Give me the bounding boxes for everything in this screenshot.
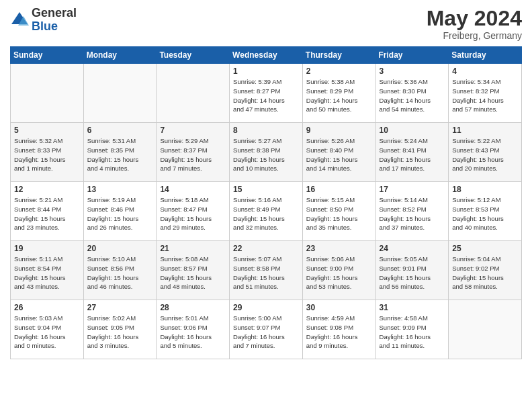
calendar-cell: 31Sunrise: 4:58 AMSunset: 9:09 PMDayligh… — [375, 300, 449, 359]
day-info: Sunrise: 5:21 AMSunset: 8:44 PMDaylight:… — [14, 195, 80, 232]
header-row: SundayMondayTuesdayWednesdayThursdayFrid… — [11, 47, 522, 64]
header-day: Saturday — [449, 47, 522, 64]
calendar-header: SundayMondayTuesdayWednesdayThursdayFrid… — [11, 47, 522, 64]
day-info: Sunrise: 5:06 AMSunset: 9:00 PMDaylight:… — [306, 255, 372, 291]
logo-general: General — [32, 7, 77, 20]
day-number: 23 — [306, 244, 372, 253]
calendar-cell — [83, 64, 157, 123]
location: Freiberg, Germany — [427, 30, 522, 41]
calendar-cell — [157, 64, 230, 123]
logo: General Blue — [10, 7, 77, 34]
day-number: 11 — [452, 126, 518, 135]
day-info: Sunrise: 5:07 AMSunset: 8:58 PMDaylight:… — [233, 255, 299, 291]
calendar-cell: 22Sunrise: 5:07 AMSunset: 8:58 PMDayligh… — [230, 241, 303, 300]
calendar-cell: 16Sunrise: 5:15 AMSunset: 8:50 PMDayligh… — [302, 182, 375, 241]
calendar-cell: 13Sunrise: 5:19 AMSunset: 8:46 PMDayligh… — [83, 182, 157, 241]
calendar-week-row: 19Sunrise: 5:11 AMSunset: 8:54 PMDayligh… — [11, 241, 522, 300]
day-info: Sunrise: 5:11 AMSunset: 8:54 PMDaylight:… — [14, 255, 80, 291]
calendar-cell: 2Sunrise: 5:38 AMSunset: 8:29 PMDaylight… — [302, 64, 375, 123]
day-info: Sunrise: 5:19 AMSunset: 8:46 PMDaylight:… — [87, 195, 153, 232]
day-number: 28 — [160, 303, 226, 312]
day-info: Sunrise: 5:24 AMSunset: 8:41 PMDaylight:… — [380, 136, 445, 173]
logo-blue: Blue — [32, 20, 77, 34]
header-day: Sunday — [11, 47, 84, 64]
day-info: Sunrise: 5:31 AMSunset: 8:35 PMDaylight:… — [87, 136, 153, 173]
day-info: Sunrise: 5:10 AMSunset: 8:56 PMDaylight:… — [87, 255, 153, 291]
day-number: 4 — [452, 66, 518, 76]
calendar-week-row: 12Sunrise: 5:21 AMSunset: 8:44 PMDayligh… — [11, 182, 522, 241]
calendar-cell: 1Sunrise: 5:39 AMSunset: 8:27 PMDaylight… — [230, 64, 303, 123]
day-number: 29 — [233, 303, 299, 312]
day-info: Sunrise: 5:01 AMSunset: 9:06 PMDaylight:… — [160, 314, 226, 351]
day-info: Sunrise: 5:38 AMSunset: 8:29 PMDaylight:… — [306, 77, 372, 114]
day-info: Sunrise: 4:59 AMSunset: 9:08 PMDaylight:… — [306, 314, 372, 351]
day-number: 21 — [160, 244, 226, 253]
calendar-cell — [449, 300, 522, 359]
calendar-cell: 30Sunrise: 4:59 AMSunset: 9:08 PMDayligh… — [302, 300, 375, 359]
calendar-cell: 25Sunrise: 5:04 AMSunset: 9:02 PMDayligh… — [449, 241, 522, 300]
day-info: Sunrise: 5:02 AMSunset: 9:05 PMDaylight:… — [87, 314, 153, 351]
calendar-cell: 20Sunrise: 5:10 AMSunset: 8:56 PMDayligh… — [83, 241, 157, 300]
day-number: 27 — [87, 303, 153, 312]
calendar-cell: 17Sunrise: 5:14 AMSunset: 8:52 PMDayligh… — [375, 182, 449, 241]
day-info: Sunrise: 5:16 AMSunset: 8:49 PMDaylight:… — [233, 195, 299, 232]
calendar-week-row: 1Sunrise: 5:39 AMSunset: 8:27 PMDaylight… — [11, 64, 522, 123]
day-info: Sunrise: 5:26 AMSunset: 8:40 PMDaylight:… — [306, 136, 372, 173]
day-info: Sunrise: 5:00 AMSunset: 9:07 PMDaylight:… — [233, 314, 299, 351]
calendar-cell: 29Sunrise: 5:00 AMSunset: 9:07 PMDayligh… — [230, 300, 303, 359]
day-number: 12 — [14, 185, 80, 194]
day-number: 16 — [306, 185, 372, 194]
calendar-cell: 26Sunrise: 5:03 AMSunset: 9:04 PMDayligh… — [11, 300, 84, 359]
calendar-cell: 9Sunrise: 5:26 AMSunset: 8:40 PMDaylight… — [302, 123, 375, 182]
page-header: General Blue May 2024 Freiberg, Germany — [10, 7, 522, 41]
title-block: May 2024 Freiberg, Germany — [427, 7, 522, 41]
calendar-table: SundayMondayTuesdayWednesdayThursdayFrid… — [10, 46, 522, 359]
calendar-cell: 7Sunrise: 5:29 AMSunset: 8:37 PMDaylight… — [157, 123, 230, 182]
calendar-cell: 11Sunrise: 5:22 AMSunset: 8:43 PMDayligh… — [449, 123, 522, 182]
day-info: Sunrise: 4:58 AMSunset: 9:09 PMDaylight:… — [380, 314, 445, 351]
calendar-cell: 21Sunrise: 5:08 AMSunset: 8:57 PMDayligh… — [157, 241, 230, 300]
calendar-cell: 19Sunrise: 5:11 AMSunset: 8:54 PMDayligh… — [11, 241, 84, 300]
day-number: 10 — [380, 126, 445, 135]
day-number: 8 — [233, 126, 299, 135]
day-number: 30 — [306, 303, 372, 312]
calendar-cell: 28Sunrise: 5:01 AMSunset: 9:06 PMDayligh… — [157, 300, 230, 359]
header-day: Friday — [375, 47, 449, 64]
day-info: Sunrise: 5:14 AMSunset: 8:52 PMDaylight:… — [380, 195, 445, 232]
day-info: Sunrise: 5:27 AMSunset: 8:38 PMDaylight:… — [233, 136, 299, 173]
logo-icon — [10, 11, 29, 30]
day-number: 6 — [87, 126, 153, 135]
day-info: Sunrise: 5:04 AMSunset: 9:02 PMDaylight:… — [452, 255, 518, 291]
calendar-cell: 14Sunrise: 5:18 AMSunset: 8:47 PMDayligh… — [157, 182, 230, 241]
day-info: Sunrise: 5:08 AMSunset: 8:57 PMDaylight:… — [160, 255, 226, 291]
day-number: 9 — [306, 126, 372, 135]
day-number: 2 — [306, 66, 372, 76]
day-number: 25 — [452, 244, 518, 253]
day-number: 26 — [14, 303, 80, 312]
calendar-cell: 15Sunrise: 5:16 AMSunset: 8:49 PMDayligh… — [230, 182, 303, 241]
calendar-cell: 8Sunrise: 5:27 AMSunset: 8:38 PMDaylight… — [230, 123, 303, 182]
calendar-cell — [11, 64, 84, 123]
day-info: Sunrise: 5:05 AMSunset: 9:01 PMDaylight:… — [380, 255, 445, 291]
calendar-cell: 5Sunrise: 5:32 AMSunset: 8:33 PMDaylight… — [11, 123, 84, 182]
calendar-week-row: 5Sunrise: 5:32 AMSunset: 8:33 PMDaylight… — [11, 123, 522, 182]
day-info: Sunrise: 5:15 AMSunset: 8:50 PMDaylight:… — [306, 195, 372, 232]
day-info: Sunrise: 5:12 AMSunset: 8:53 PMDaylight:… — [452, 195, 518, 232]
day-number: 20 — [87, 244, 153, 253]
day-info: Sunrise: 5:29 AMSunset: 8:37 PMDaylight:… — [160, 136, 226, 173]
day-number: 14 — [160, 185, 226, 194]
day-number: 19 — [14, 244, 80, 253]
header-day: Thursday — [302, 47, 375, 64]
day-number: 1 — [233, 66, 299, 76]
day-number: 3 — [380, 66, 445, 76]
day-number: 24 — [380, 244, 445, 253]
calendar-cell: 4Sunrise: 5:34 AMSunset: 8:32 PMDaylight… — [449, 64, 522, 123]
calendar-cell: 24Sunrise: 5:05 AMSunset: 9:01 PMDayligh… — [375, 241, 449, 300]
calendar-cell: 23Sunrise: 5:06 AMSunset: 9:00 PMDayligh… — [302, 241, 375, 300]
day-number: 31 — [380, 303, 445, 312]
day-info: Sunrise: 5:32 AMSunset: 8:33 PMDaylight:… — [14, 136, 80, 173]
calendar-cell: 18Sunrise: 5:12 AMSunset: 8:53 PMDayligh… — [449, 182, 522, 241]
calendar-cell: 3Sunrise: 5:36 AMSunset: 8:30 PMDaylight… — [375, 64, 449, 123]
day-number: 5 — [14, 126, 80, 135]
day-number: 15 — [233, 185, 299, 194]
